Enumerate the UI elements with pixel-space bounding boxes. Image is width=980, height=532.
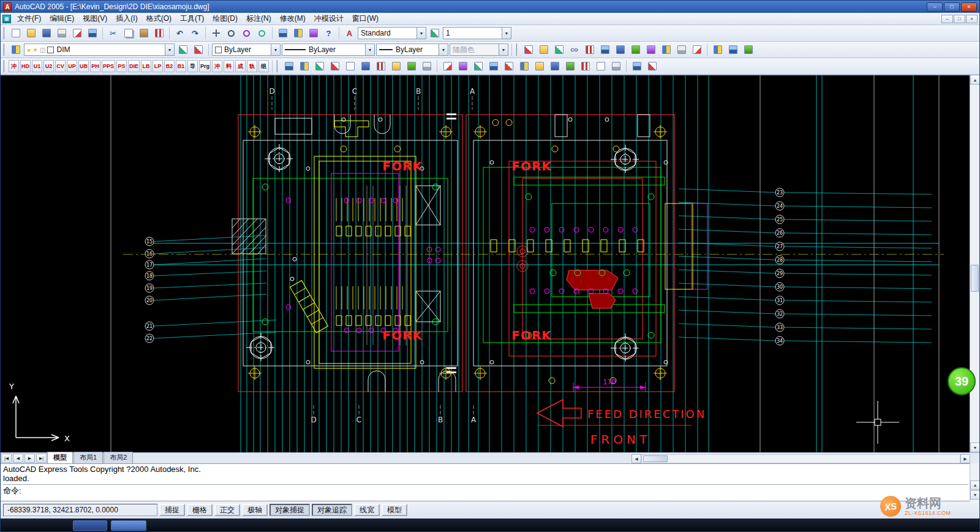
die-button-1[interactable]: HD	[20, 60, 31, 72]
die-tool-icon-22[interactable]	[609, 59, 623, 74]
express-tool-icon-8[interactable]	[644, 43, 658, 57]
new-button[interactable]	[9, 26, 23, 40]
express-tool-icon-3[interactable]	[552, 43, 566, 57]
die-button-2[interactable]: U1	[32, 60, 42, 72]
text-style-icon[interactable]: A	[342, 26, 356, 40]
express-tool-icon-co[interactable]: CO	[567, 43, 581, 57]
die-button-13[interactable]: B2	[164, 60, 175, 72]
coordinate-display[interactable]: -68339.3718, 32421.8702, 0.0000	[3, 504, 157, 516]
express-tool-icon-14[interactable]	[741, 43, 755, 57]
scroll-left-icon[interactable]: ◀	[631, 454, 641, 463]
cmd-scroll-up-icon[interactable]: ▲	[970, 481, 980, 490]
die-tool-icon-3[interactable]	[312, 59, 326, 74]
drawing-area[interactable]: D C B A D C B A 15 16 17 18 19 20 21 22 …	[1, 75, 971, 452]
combo-arrow-icon[interactable]: ▼	[165, 44, 174, 55]
ortho-toggle[interactable]: 正交	[214, 504, 240, 516]
tab-first-icon[interactable]: |◀	[1, 454, 12, 463]
die-tool-icon-1[interactable]	[282, 59, 296, 74]
tab-model[interactable]: 模型	[47, 452, 73, 463]
express-tool-icon-12[interactable]	[710, 43, 725, 57]
tool-palettes-button[interactable]	[306, 26, 320, 40]
express-tool-icon-11[interactable]	[690, 43, 704, 57]
express-tool-icon-10[interactable]	[674, 43, 688, 57]
combo-arrow-icon[interactable]: ▼	[417, 28, 426, 39]
style-combo[interactable]: Standard ▼	[358, 27, 426, 39]
menu-modify[interactable]: 修改(M)	[276, 13, 310, 25]
die-button-18[interactable]: 料	[224, 60, 234, 72]
die-tool-icon-21[interactable]	[594, 59, 608, 74]
command-prompt[interactable]: 命令:	[3, 484, 968, 495]
match-properties-button[interactable]	[152, 26, 166, 40]
copy-button[interactable]	[121, 26, 135, 40]
die-button-15[interactable]: 导	[187, 60, 198, 72]
die-tool-icon-13[interactable]	[471, 59, 485, 74]
die-tool-icon-19[interactable]	[563, 59, 577, 74]
save-button[interactable]	[39, 26, 53, 40]
die-tool-icon-4[interactable]	[328, 59, 342, 74]
cut-icon[interactable]: ✂	[106, 26, 120, 40]
lineweight-combo[interactable]: ByLayer ▼	[376, 44, 448, 56]
vscroll-thumb[interactable]	[971, 265, 979, 292]
menu-dimension[interactable]: 标注(N)	[242, 13, 276, 25]
scroll-up-icon[interactable]: ▲	[970, 75, 980, 85]
die-button-11[interactable]: LB	[141, 60, 151, 72]
restore-button[interactable]: □	[944, 2, 960, 12]
toolbar-grip[interactable]	[276, 60, 279, 72]
tab-last-icon[interactable]: ▶|	[36, 454, 47, 463]
die-button-0[interactable]: 冲	[9, 60, 19, 72]
menu-format[interactable]: 格式(O)	[142, 13, 176, 25]
menu-window[interactable]: 窗口(W)	[348, 13, 383, 25]
die-tool-icon-14[interactable]	[486, 59, 500, 74]
toolbar-grip[interactable]	[3, 44, 6, 56]
die-tool-icon-23[interactable]	[630, 59, 644, 74]
combo-arrow-icon[interactable]: ▼	[439, 44, 448, 55]
minimize-button[interactable]: –	[927, 2, 943, 12]
doc-minimize-button[interactable]: –	[941, 15, 953, 23]
die-button-6[interactable]: UB	[78, 60, 89, 72]
open-button[interactable]	[24, 26, 38, 40]
die-tool-icon-17[interactable]	[532, 59, 546, 74]
express-tool-icon-13[interactable]	[726, 43, 740, 57]
scale-combo[interactable]: 1 ▼	[443, 27, 511, 39]
express-tool-icon-4[interactable]	[582, 43, 597, 57]
menu-insert[interactable]: 插入(I)	[111, 13, 141, 25]
plot-preview-button[interactable]	[70, 26, 84, 40]
snap-toggle[interactable]: 捕捉	[159, 504, 185, 516]
layer-lock-icon[interactable]: ◫	[40, 47, 45, 53]
command-window[interactable]: AutoCAD Express Tools Copyright ?2000 Au…	[1, 463, 971, 501]
die-tool-icon-6[interactable]	[358, 59, 372, 74]
die-button-4[interactable]: CV	[55, 60, 66, 72]
die-button-21[interactable]: 组	[258, 60, 269, 72]
menu-edit[interactable]: 编辑(E)	[45, 13, 78, 25]
drawing-canvas[interactable]: D C B A D C B A 15 16 17 18 19 20 21 22 …	[1, 75, 971, 452]
grid-toggle[interactable]: 栅格	[187, 504, 213, 516]
express-tool-icon-1[interactable]	[521, 43, 535, 57]
model-toggle[interactable]: 模型	[382, 504, 407, 516]
layer-manager-button[interactable]	[9, 43, 23, 57]
die-tool-icon-16[interactable]	[517, 59, 531, 74]
tab-prev-icon[interactable]: ◀	[13, 454, 23, 463]
express-tool-icon-5[interactable]	[598, 43, 612, 57]
zoom-previous-icon[interactable]	[255, 26, 269, 40]
redo-icon[interactable]: ↷	[188, 26, 202, 40]
die-tool-icon-5[interactable]	[343, 59, 357, 74]
close-button[interactable]: ×	[961, 2, 977, 12]
toolbar-grip[interactable]	[516, 44, 518, 56]
die-button-12[interactable]: LP	[153, 60, 163, 72]
linetype-combo[interactable]: ByLayer ▼	[282, 44, 375, 56]
die-tool-icon-10[interactable]	[420, 59, 434, 74]
express-tool-icon-6[interactable]	[613, 43, 627, 57]
doc-restore-button[interactable]: □	[954, 15, 965, 23]
layer-previous-button[interactable]	[191, 43, 205, 57]
die-button-9[interactable]: PS	[116, 60, 127, 72]
die-button-17[interactable]: 冲	[212, 60, 222, 72]
undo-icon[interactable]: ↶	[173, 26, 187, 40]
die-button-19[interactable]: 成	[235, 60, 246, 72]
doc-close-button[interactable]: ×	[966, 15, 978, 23]
layer-freeze-sun-icon[interactable]: ☀	[32, 47, 38, 53]
plot-button[interactable]	[55, 26, 69, 40]
die-tool-icon-15[interactable]	[502, 59, 516, 74]
horizontal-scrollbar[interactable]	[641, 454, 960, 463]
express-tool-icon-7[interactable]	[628, 43, 643, 57]
die-button-7[interactable]: PH	[90, 60, 100, 72]
